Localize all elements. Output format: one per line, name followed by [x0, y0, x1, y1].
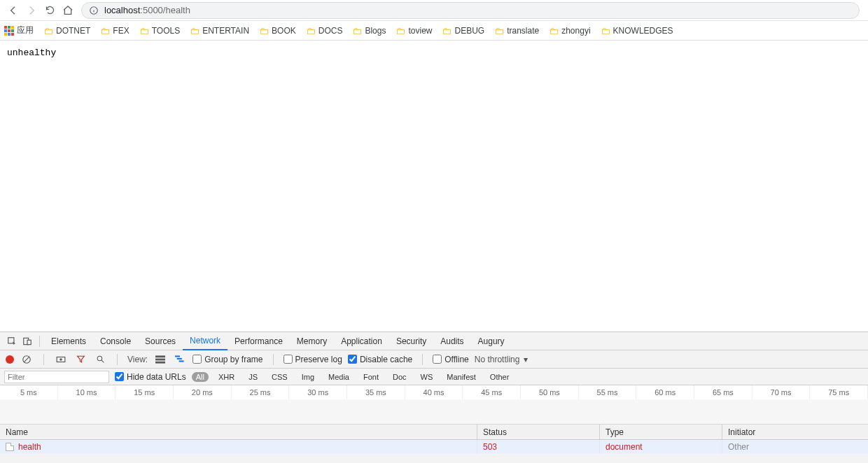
folder-icon: 🗀 [259, 25, 269, 36]
tab-console[interactable]: Console [93, 332, 138, 350]
cell-type: document [600, 440, 722, 454]
network-timeline[interactable]: 5 ms 10 ms 15 ms 20 ms 25 ms 30 ms 35 ms… [0, 385, 868, 425]
bookmark-label: FEX [113, 26, 129, 36]
timeline-body [0, 399, 868, 424]
disable-cache-checkbox[interactable]: Disable cache [348, 355, 412, 364]
bookmark-item[interactable]: 🗀TOOLS [139, 25, 180, 36]
apps-shortcut[interactable]: 应用 [4, 24, 34, 36]
reload-button[interactable] [41, 1, 59, 20]
bookmark-label: zhongyi [561, 26, 590, 36]
bookmark-label: BOOK [272, 26, 296, 36]
filter-type-doc[interactable]: Doc [388, 372, 411, 382]
view-label: View: [127, 355, 148, 364]
request-name: health [18, 442, 41, 452]
folder-icon: 🗀 [549, 25, 559, 36]
offline-checkbox[interactable]: Offline [433, 355, 468, 364]
filter-type-media[interactable]: Media [324, 372, 354, 382]
bookmark-item[interactable]: 🗀translate [494, 25, 539, 36]
back-button[interactable] [4, 1, 22, 20]
group-by-frame-checkbox[interactable]: Group by frame [192, 355, 262, 364]
col-type[interactable]: Type [600, 425, 722, 439]
svg-line-11 [102, 360, 104, 362]
filter-type-all[interactable]: All [192, 372, 209, 382]
bookmark-item[interactable]: 🗀FEX [100, 25, 129, 36]
bookmark-label: DOTNET [56, 26, 90, 36]
bookmark-item[interactable]: 🗀Blogs [352, 25, 386, 36]
tab-security[interactable]: Security [389, 332, 433, 350]
bookmark-label: DOCS [318, 26, 343, 36]
folder-icon: 🗀 [352, 25, 362, 36]
record-button[interactable] [6, 355, 14, 364]
bookmark-item[interactable]: 🗀DOCS [306, 25, 343, 36]
site-info-icon[interactable] [89, 6, 99, 15]
filter-type-img[interactable]: Img [298, 372, 318, 382]
url-path: /health [163, 5, 190, 15]
apps-label: 应用 [17, 24, 34, 36]
bookmark-item[interactable]: 🗀DOTNET [43, 25, 90, 36]
filter-type-xhr[interactable]: XHR [214, 372, 239, 382]
group-by-frame-label: Group by frame [204, 355, 262, 364]
svg-rect-14 [155, 361, 165, 363]
search-icon[interactable] [93, 352, 107, 366]
timeline-tick: 30 ms [289, 385, 347, 399]
col-initiator[interactable]: Initiator [722, 425, 868, 439]
tab-application[interactable]: Application [334, 332, 389, 350]
svg-point-10 [97, 356, 102, 361]
timeline-tick: 20 ms [174, 385, 232, 399]
inspect-icon[interactable] [4, 334, 20, 349]
tab-sources[interactable]: Sources [138, 332, 183, 350]
waterfall-icon[interactable] [173, 352, 187, 366]
address-bar[interactable]: localhost:5000/health [81, 2, 860, 19]
filter-input[interactable] [4, 371, 109, 383]
document-icon [6, 443, 14, 451]
filter-type-css[interactable]: CSS [267, 372, 292, 382]
folder-icon: 🗀 [396, 25, 405, 36]
tab-augury[interactable]: Augury [471, 332, 512, 350]
filter-type-js[interactable]: JS [244, 372, 262, 382]
preserve-log-checkbox[interactable]: Preserve log [284, 355, 342, 364]
forward-button[interactable] [22, 1, 41, 20]
filter-icon[interactable] [74, 352, 88, 366]
clear-icon[interactable] [20, 352, 34, 366]
tab-network[interactable]: Network [183, 332, 227, 350]
record-filmstrip-icon[interactable] [54, 352, 68, 366]
url-host: localhost [104, 5, 140, 15]
network-filter-bar: Hide data URLs All XHR JS CSS Img Media … [0, 369, 868, 385]
svg-rect-13 [155, 358, 165, 360]
hide-data-urls-label: Hide data URLs [127, 372, 186, 382]
bookmark-label: toview [408, 26, 432, 36]
network-row[interactable]: health 503 document Other [0, 440, 868, 454]
filter-type-other[interactable]: Other [486, 372, 514, 382]
timeline-tick: 45 ms [463, 385, 521, 399]
timeline-tick: 15 ms [115, 385, 174, 399]
bookmark-item[interactable]: 🗀DEBUG [442, 25, 484, 36]
svg-point-9 [59, 358, 62, 361]
bookmark-item[interactable]: 🗀zhongyi [549, 25, 590, 36]
bookmark-item[interactable]: 🗀toview [396, 25, 432, 36]
tab-memory[interactable]: Memory [290, 332, 334, 350]
folder-icon: 🗀 [190, 25, 200, 36]
filter-type-ws[interactable]: WS [416, 372, 438, 382]
bookmark-label: DEBUG [454, 26, 484, 36]
tab-audits[interactable]: Audits [433, 332, 470, 350]
tab-elements[interactable]: Elements [44, 332, 93, 350]
device-toggle-icon[interactable] [20, 334, 35, 349]
bookmark-label: Blogs [365, 26, 386, 36]
throttling-select[interactable]: No throttling ▾ [475, 355, 528, 364]
bookmark-item[interactable]: 🗀KNOWLEDGES [601, 25, 673, 36]
timeline-tick: 50 ms [521, 385, 579, 399]
cell-status: 503 [477, 440, 600, 454]
bookmark-item[interactable]: 🗀BOOK [259, 25, 296, 36]
network-toolbar: View: Group by frame Preserve log Disabl… [0, 350, 868, 369]
large-rows-icon[interactable] [153, 352, 167, 366]
col-status[interactable]: Status [477, 425, 600, 439]
home-button[interactable] [59, 1, 77, 20]
hide-data-urls-checkbox[interactable]: Hide data URLs [115, 372, 186, 382]
url-port: :5000 [140, 5, 163, 15]
col-name[interactable]: Name [0, 425, 477, 439]
tab-performance[interactable]: Performance [227, 332, 290, 350]
bookmark-item[interactable]: 🗀ENTERTAIN [190, 25, 249, 36]
filter-type-manifest[interactable]: Manifest [442, 372, 480, 382]
filter-type-font[interactable]: Font [359, 372, 383, 382]
network-table-header: Name Status Type Initiator [0, 425, 868, 440]
